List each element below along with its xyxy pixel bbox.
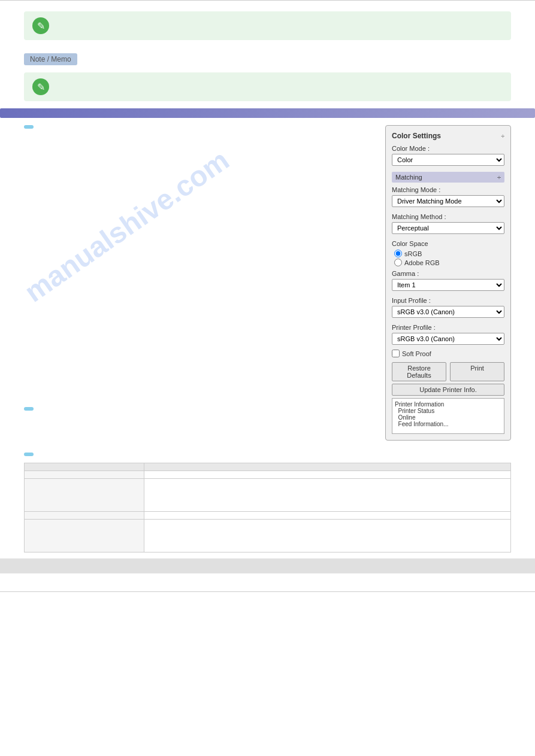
top-border (0, 0, 535, 1)
table-col2-header (144, 463, 511, 471)
matching-mode-label: Matching Mode : (392, 186, 504, 193)
dialog-title-bar: Color Settings ÷ (392, 132, 504, 140)
color-space-label: Color Space (392, 240, 504, 247)
printer-info-line-4: Feed Information... (395, 421, 501, 427)
data-table (24, 463, 511, 552)
printer-info-line-1: Printer Information (395, 401, 501, 408)
printer-profile-label: Printer Profile : (392, 324, 504, 331)
printer-info-line-2: Printer Status (395, 408, 501, 414)
table-section (24, 453, 511, 552)
small-tag-2 (24, 407, 34, 411)
soft-proof-checkbox[interactable] (392, 350, 400, 357)
gamma-label: Gamma : (392, 270, 504, 277)
table-cell-r4c2 (144, 520, 511, 552)
table-cell-r1c1 (25, 471, 144, 479)
section-header (0, 108, 535, 118)
srgb-radio[interactable] (394, 250, 402, 257)
adobe-rgb-radio[interactable] (394, 259, 402, 266)
bottom-gray-bar (0, 558, 535, 573)
update-printer-button[interactable]: Update Printer Info. (392, 384, 504, 396)
table-cell-r4c1 (25, 520, 144, 552)
table-tag (24, 453, 34, 456)
color-settings-dialog: Color Settings ÷ Color Mode : Color Matc… (385, 125, 511, 441)
note-box-2: ✎ (24, 72, 511, 101)
table-row (25, 520, 511, 552)
table-cell-r2c2 (144, 479, 511, 512)
note-icon-1: ✎ (32, 17, 49, 34)
restore-defaults-button[interactable]: Restore Defaults (392, 362, 446, 381)
table-row (25, 479, 511, 512)
main-content: manualshive.com Color Settings ÷ Color M… (24, 125, 511, 441)
page-footer (0, 592, 535, 622)
table-col1-header (25, 463, 144, 471)
note-icon-2: ✎ (32, 78, 49, 95)
dialog-buttons: Restore Defaults Print (392, 362, 504, 381)
color-mode-select[interactable]: Color (392, 154, 504, 166)
matching-method-select[interactable]: Perceptual (392, 222, 504, 234)
table-row (25, 471, 511, 479)
gamma-select[interactable]: Item 1 (392, 279, 504, 291)
printer-info-box: Printer Information Printer Status Onlin… (392, 398, 504, 434)
table-cell-r1c2 (144, 471, 511, 479)
table-cell-r2c1 (25, 479, 144, 512)
watermark: manualshive.com (24, 143, 235, 308)
input-profile-select[interactable]: sRGB v3.0 (Canon) (392, 306, 504, 318)
dialog-title: Color Settings (392, 132, 441, 140)
adobe-rgb-radio-item: Adobe RGB (394, 259, 504, 266)
printer-info-line-3: Online (395, 414, 501, 421)
srgb-radio-item: sRGB (394, 250, 504, 257)
left-panel: manualshive.com (24, 125, 373, 441)
note-box-1: ✎ (24, 11, 511, 40)
matching-mode-select[interactable]: Driver Matching Mode (392, 195, 504, 207)
color-space-radio-group: sRGB Adobe RGB (392, 250, 504, 266)
dialog-title-arrow: ÷ (501, 133, 505, 139)
small-tag-1 (24, 125, 34, 129)
page-container: ✎ Note / Memo ✎ manualshive.com (0, 0, 535, 622)
tag-label: Note / Memo (24, 53, 77, 65)
printer-profile-select[interactable]: sRGB v3.0 (Canon) (392, 333, 504, 345)
color-mode-label: Color Mode : (392, 145, 504, 152)
table-row (25, 512, 511, 520)
soft-proof-item: Soft Proof (392, 350, 504, 357)
matching-section-bar: Matching ÷ (392, 172, 504, 183)
input-profile-label: Input Profile : (392, 297, 504, 304)
print-button[interactable]: Print (450, 362, 504, 381)
table-cell-r3c2 (144, 512, 511, 520)
table-cell-r3c1 (25, 512, 144, 520)
matching-method-label: Matching Method : (392, 213, 504, 220)
